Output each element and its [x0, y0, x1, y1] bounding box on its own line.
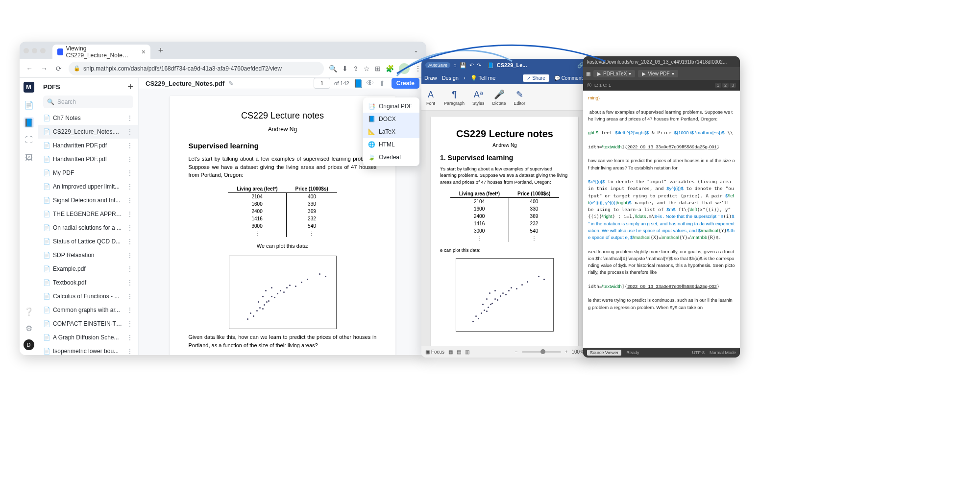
tab-draw[interactable]: Draw: [424, 75, 437, 81]
file-kebab-icon[interactable]: ⋮: [126, 306, 133, 314]
export-icon[interactable]: 📘: [353, 79, 362, 88]
star-icon[interactable]: ☆: [364, 65, 370, 72]
file-kebab-icon[interactable]: ⋮: [126, 169, 133, 177]
file-kebab-icon[interactable]: ⋮: [126, 196, 133, 204]
file-row[interactable]: 📄Ch7 Notes⋮: [38, 111, 138, 125]
undo-icon[interactable]: ↶: [469, 62, 474, 69]
eye-icon[interactable]: 👁: [366, 79, 375, 88]
download-icon[interactable]: ⬇: [342, 65, 348, 72]
ribbon-styles[interactable]: AᵃStyles: [472, 89, 485, 106]
file-row[interactable]: 📄SDP Relaxation⋮: [38, 248, 138, 262]
file-row[interactable]: 📄CS229_Lecture_Notes....⋮: [38, 125, 138, 139]
file-kebab-icon[interactable]: ⋮: [126, 128, 133, 136]
rail-doc-icon[interactable]: 📄: [24, 99, 34, 110]
dropdown-item-original-pdf[interactable]: 📑Original PDF: [363, 100, 419, 113]
file-kebab-icon[interactable]: ⋮: [126, 210, 133, 218]
sidebar-toggle-icon[interactable]: ▦: [586, 71, 590, 76]
edit-name-icon[interactable]: ✎: [228, 80, 234, 87]
reload-button[interactable]: ⟳: [54, 64, 64, 73]
zoom-out[interactable]: −: [515, 349, 518, 355]
pane-2[interactable]: 2: [722, 83, 729, 88]
view-pdf-button[interactable]: ▶ View PDF ▾: [638, 70, 678, 77]
file-row[interactable]: 📄Handwritten PDF.pdf⋮: [38, 139, 138, 152]
ribbon-font[interactable]: AFont: [425, 89, 436, 106]
kebab-menu-icon[interactable]: ⋮: [415, 65, 421, 72]
rail-help-icon[interactable]: ❔: [24, 306, 34, 317]
comments-button[interactable]: 💬 Comments: [554, 75, 585, 81]
dropdown-item-latex[interactable]: 📐LaTeX: [363, 125, 419, 138]
file-kebab-icon[interactable]: ⋮: [126, 155, 133, 163]
ribbon-editor[interactable]: ✎Editor: [514, 89, 526, 106]
zoom-icon[interactable]: 🔍: [329, 65, 337, 72]
file-row[interactable]: 📄A Graph Diffusion Sche...⋮: [38, 331, 138, 344]
file-kebab-icon[interactable]: ⋮: [126, 238, 133, 245]
ribbon-paragraph[interactable]: ¶Paragraph: [444, 89, 465, 106]
file-kebab-icon[interactable]: ⋮: [126, 279, 133, 287]
dropdown-item-overleaf[interactable]: 🍃Overleaf: [363, 151, 419, 164]
app-logo[interactable]: M: [24, 82, 34, 93]
redo-icon[interactable]: ↷: [477, 62, 481, 69]
upload-icon[interactable]: ⬆: [379, 79, 388, 88]
file-kebab-icon[interactable]: ⋮: [126, 292, 133, 300]
file-row[interactable]: 📄Common graphs with ar...⋮: [38, 303, 138, 317]
file-row[interactable]: 📄Textbook.pdf⋮: [38, 276, 138, 289]
close-doc-icon[interactable]: ⓧ: [587, 82, 591, 89]
dropdown-item-docx[interactable]: 📘DOCX: [363, 113, 419, 125]
file-kebab-icon[interactable]: ⋮: [126, 251, 133, 259]
file-kebab-icon[interactable]: ⋮: [126, 183, 133, 191]
new-tab-button[interactable]: +: [154, 44, 167, 57]
file-row[interactable]: 📄An improved upper limit...⋮: [38, 180, 138, 193]
file-row[interactable]: 📄Status of Lattice QCD D...⋮: [38, 235, 138, 248]
zoom-in[interactable]: +: [565, 349, 568, 355]
status-source[interactable]: Source Viewer: [587, 350, 621, 356]
rail-pdf-icon[interactable]: 📘: [24, 117, 34, 128]
tab-design[interactable]: Design: [442, 75, 459, 81]
puzzle-icon[interactable]: 🧩: [386, 65, 394, 72]
back-button[interactable]: ←: [24, 64, 34, 73]
view-icon-2[interactable]: ▤: [457, 349, 461, 355]
create-button[interactable]: Create: [392, 78, 419, 89]
word-save-icon[interactable]: 💾: [460, 62, 466, 69]
share-button[interactable]: ↗ Share: [523, 74, 549, 82]
profile-avatar[interactable]: [399, 63, 410, 74]
file-kebab-icon[interactable]: ⋮: [126, 334, 133, 341]
sidebar-search[interactable]: 🔍 Search: [43, 96, 133, 108]
code-editor[interactable]: rning} about a few examples of supervise…: [583, 91, 740, 348]
file-kebab-icon[interactable]: ⋮: [126, 224, 133, 232]
page-input[interactable]: 1: [314, 78, 330, 89]
file-row[interactable]: 📄Isoperimetric lower bou...⋮: [38, 344, 138, 355]
autosave-toggle[interactable]: AutoSave: [425, 62, 450, 68]
add-pdf-button[interactable]: +: [127, 81, 133, 93]
tell-me[interactable]: 💡 Tell me: [470, 75, 496, 81]
file-row[interactable]: 📄Calculus of Functions - ...⋮: [38, 289, 138, 303]
file-kebab-icon[interactable]: ⋮: [126, 114, 133, 122]
home-icon[interactable]: ⌂: [453, 62, 457, 68]
omnibox[interactable]: 🔒 snip.mathpix.com/dasha/pdfs/168df734-c…: [69, 62, 324, 75]
file-row[interactable]: 📄COMPACT EINSTEIN-TY...⋮: [38, 317, 138, 331]
zoom-slider[interactable]: [522, 351, 561, 353]
pane-3[interactable]: 3: [730, 83, 736, 88]
rail-settings-icon[interactable]: ⚙: [24, 323, 34, 334]
file-row[interactable]: 📄On radial solutions for a ...⋮: [38, 221, 138, 235]
file-kebab-icon[interactable]: ⋮: [126, 265, 133, 273]
ribbon-dictate[interactable]: 🎤Dictate: [492, 89, 506, 106]
view-icon-3[interactable]: ▥: [465, 349, 469, 355]
window-controls[interactable]: [24, 48, 46, 53]
dropdown-item-html[interactable]: 🌐HTML: [363, 138, 419, 151]
pane-1[interactable]: 1: [715, 83, 721, 88]
view-icon-1[interactable]: ▦: [448, 349, 453, 355]
file-row[interactable]: 📄Handwritten PDF.pdf⋮: [38, 152, 138, 166]
tab-overflow-icon[interactable]: ⌄: [410, 47, 422, 54]
file-row[interactable]: 📄My PDF⋮: [38, 166, 138, 180]
file-kebab-icon[interactable]: ⋮: [126, 142, 133, 149]
share-icon[interactable]: ⇪: [353, 65, 359, 72]
forward-button[interactable]: →: [39, 64, 49, 73]
rail-image-icon[interactable]: 🖼: [24, 152, 34, 163]
browser-tab[interactable]: Viewing CS229_Lecture_Note… ×: [52, 45, 150, 59]
file-row[interactable]: 📄Example.pdf⋮: [38, 262, 138, 276]
rail-user-avatar[interactable]: D: [24, 339, 34, 350]
compile-button[interactable]: ▶ PDFLaTeX ▾: [593, 70, 635, 77]
close-tab-icon[interactable]: ×: [142, 48, 146, 56]
file-row[interactable]: 📄THE LEGENDRE APPRO...⋮: [38, 207, 138, 221]
file-kebab-icon[interactable]: ⋮: [126, 320, 133, 328]
